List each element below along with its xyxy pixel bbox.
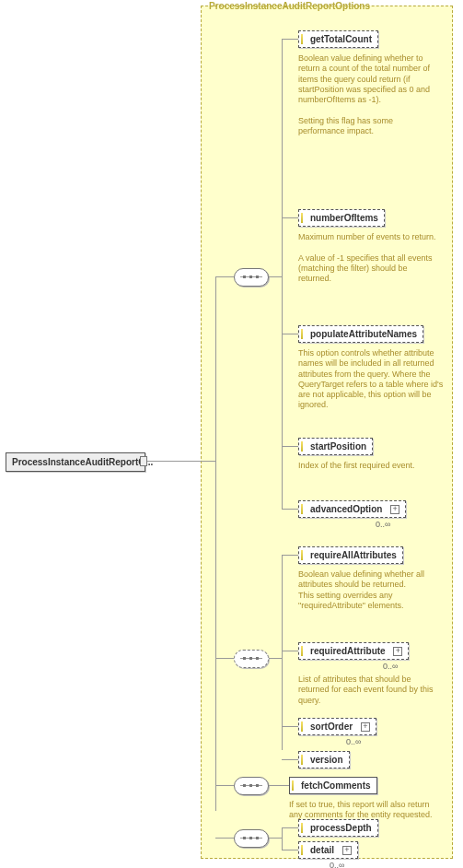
element-label: populateAttributeNames (305, 329, 417, 339)
element-numberOfItems[interactable]: numberOfItems (298, 209, 385, 227)
connector (282, 446, 298, 447)
element-label: sortOrder (305, 721, 353, 732)
element-label: version (305, 755, 343, 765)
element-label: requiredAttribute (305, 646, 386, 656)
connector (215, 276, 216, 811)
connector (282, 217, 298, 218)
element-label: numberOfItems (305, 213, 378, 223)
element-requiredAttribute[interactable]: requiredAttribute + (298, 642, 409, 660)
compositor-sequence-1[interactable] (234, 268, 269, 287)
root-notch-icon (140, 456, 147, 466)
element-requireAllAttributes[interactable]: requireAllAttributes (298, 546, 403, 564)
connector (269, 838, 282, 839)
element-fetchComments[interactable]: fetchComments (289, 777, 377, 794)
expand-icon[interactable]: + (342, 846, 352, 855)
element-label: requireAllAttributes (305, 550, 397, 560)
root-type-box[interactable]: ProcessInstanceAuditReportO... (6, 452, 145, 472)
element-label: startPosition (305, 441, 366, 452)
element-processDepth[interactable]: processDepth (298, 819, 378, 837)
root-type-label: ProcessInstanceAuditReportO... (12, 457, 153, 467)
cardinality: 0..∞ (346, 737, 361, 746)
connector (282, 827, 298, 828)
connector (282, 39, 298, 40)
cardinality: 0..∞ (376, 520, 390, 529)
element-detail[interactable]: detail + (298, 841, 358, 859)
compositor-sequence-4[interactable] (234, 829, 269, 848)
cardinality: 0..∞ (383, 662, 398, 671)
element-advancedOption[interactable]: advancedOption + (298, 500, 406, 518)
connector (282, 509, 298, 510)
element-getTotalCount[interactable]: getTotalCount (298, 30, 378, 48)
element-desc: Maximum number of events to return. A va… (298, 232, 441, 284)
connector (215, 785, 234, 786)
connector (269, 658, 282, 659)
connector (282, 555, 298, 556)
element-sortOrder[interactable]: sortOrder + (298, 718, 376, 735)
element-desc: List of attributes that should be return… (298, 674, 441, 706)
diagram-canvas: ProcessInstanceAuditReportOptions Proces… (0, 0, 463, 868)
connector (269, 785, 289, 786)
cardinality: 0..∞ (330, 861, 344, 868)
connector (269, 276, 282, 277)
connector (282, 555, 283, 750)
expand-icon[interactable]: + (390, 505, 399, 514)
connector (215, 276, 234, 277)
compositor-sequence-3[interactable] (234, 777, 269, 795)
connector (215, 838, 234, 839)
connector (147, 461, 215, 462)
element-desc: This option controls whether attribute n… (298, 348, 447, 411)
element-startPosition[interactable]: startPosition (298, 438, 373, 455)
connector (282, 827, 283, 850)
element-desc: Boolean value defining whether to return… (298, 53, 441, 136)
element-desc: Boolean value defining whether all attri… (298, 569, 441, 611)
connector (282, 651, 298, 651)
element-label: processDepth (305, 823, 372, 833)
connector (282, 334, 298, 334)
expand-icon[interactable]: + (361, 722, 370, 732)
compositor-sequence-2[interactable] (234, 650, 269, 668)
element-label: fetchComments (295, 780, 371, 791)
panel-title: ProcessInstanceAuditReportOptions (209, 1, 370, 11)
element-label: detail (305, 845, 334, 855)
connector (282, 759, 298, 760)
element-label: getTotalCount (305, 34, 372, 44)
element-version[interactable]: version (298, 751, 350, 768)
element-label: advancedOption (305, 504, 382, 514)
expand-icon[interactable]: + (393, 647, 402, 656)
connector (282, 726, 298, 727)
element-desc: If set to true, this report will also re… (289, 800, 442, 821)
connector (282, 39, 283, 509)
connector (282, 850, 298, 850)
element-desc: Index of the first required event. (298, 461, 441, 471)
connector (215, 658, 234, 659)
element-populateAttributeNames[interactable]: populateAttributeNames (298, 325, 423, 343)
